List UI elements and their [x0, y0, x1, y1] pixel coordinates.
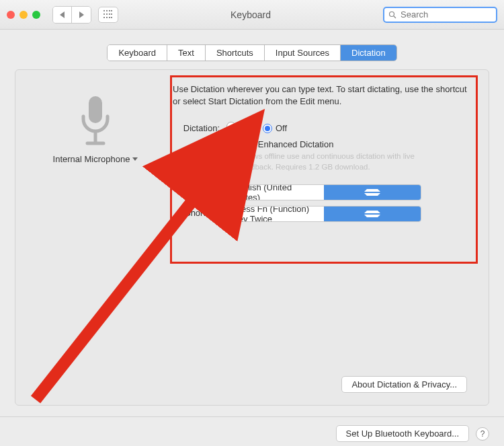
zoom-icon[interactable] [32, 11, 40, 19]
about-dictation-button[interactable]: About Dictation & Privacy... [341, 376, 467, 393]
search-field[interactable] [383, 7, 497, 23]
tab-input-sources[interactable]: Input Sources [265, 45, 341, 61]
help-button[interactable]: ? [476, 427, 489, 441]
enhanced-dictation-checkbox[interactable]: ✓ Use Enhanced Dictation [226, 139, 333, 149]
grid-icon [103, 10, 113, 20]
tab-shortcuts[interactable]: Shortcuts [206, 45, 265, 61]
svg-rect-2 [89, 96, 102, 123]
microphone-selector[interactable]: Internal Microphone [53, 154, 138, 164]
tab-bar: Keyboard Text Shortcuts Input Sources Di… [15, 44, 489, 61]
shortcut-select[interactable]: Press Fn (Function) Key Twice [226, 206, 421, 222]
settings-panel: Internal Microphone Use Dictation wherev… [15, 69, 489, 406]
back-button[interactable] [53, 7, 72, 23]
updown-icon [324, 185, 421, 200]
footer: Set Up Bluetooth Keyboard... ? [0, 416, 504, 446]
radio-icon [226, 122, 236, 131]
chevron-down-icon [132, 157, 138, 161]
dictation-label: Dictation: [173, 121, 226, 133]
microphone-icon [77, 94, 114, 149]
nav-buttons [52, 6, 91, 24]
search-input[interactable] [399, 9, 492, 20]
checkbox-icon: ✓ [226, 140, 236, 149]
language-label: Language: [173, 184, 226, 196]
setup-bluetooth-button[interactable]: Set Up Bluetooth Keyboard... [336, 425, 469, 442]
dictation-on-radio[interactable]: On [226, 121, 251, 131]
forward-button[interactable] [72, 7, 91, 23]
tab-dictation[interactable]: Dictation [341, 45, 396, 61]
chevron-right-icon [79, 11, 84, 18]
updown-icon [324, 207, 421, 221]
minimize-icon[interactable] [19, 11, 28, 19]
dictation-off-radio[interactable]: Off [263, 123, 287, 133]
radio-icon [263, 124, 272, 133]
window-title: Keyboard [125, 9, 376, 20]
svg-point-0 [390, 11, 394, 16]
titlebar: Keyboard [0, 0, 504, 30]
microphone-label: Internal Microphone [53, 154, 130, 164]
enhanced-dictation-hint: Allows offline use and continuous dictat… [240, 151, 442, 172]
show-all-button[interactable] [98, 7, 118, 23]
chevron-left-icon [60, 11, 65, 18]
dictation-description: Use Dictation wherever you can type text… [173, 83, 467, 108]
search-icon [388, 11, 396, 19]
svg-line-1 [394, 16, 396, 18]
shortcut-label: Shortcut: [173, 206, 226, 218]
tab-text[interactable]: Text [167, 45, 206, 61]
language-select[interactable]: English (United States) [226, 184, 421, 200]
close-icon[interactable] [7, 11, 15, 19]
tab-keyboard[interactable]: Keyboard [108, 45, 167, 61]
window-controls [7, 11, 40, 19]
